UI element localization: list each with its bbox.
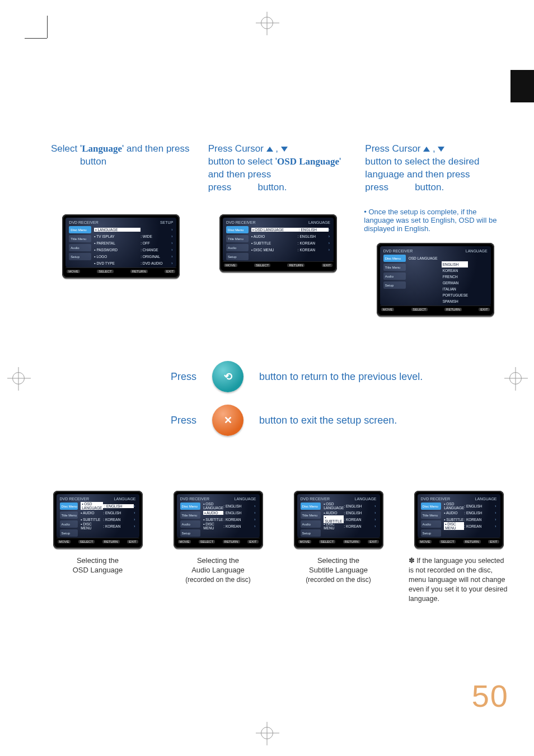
thumb-caption: Selecting the Subtitle Language (recorde…	[306, 556, 371, 585]
osd-thumb: DVD RECEIVERLANGUAGE Disc Menu Title Men…	[294, 491, 383, 548]
osd-row: • PASSWORD: CHANGE›	[94, 246, 172, 253]
caption-line: Subtitle Language	[309, 566, 368, 574]
page-number: 50	[472, 678, 509, 714]
osd-foot-exit: EXIT	[165, 270, 175, 273]
osd-row: • OSD LANGUAGE: ENGLISH›	[324, 503, 376, 509]
middle-instructions: Press ⟲ button to return to the previous…	[48, 361, 509, 436]
cursor-down-icon	[438, 147, 444, 152]
osd-side-item: Audio	[60, 520, 78, 528]
osd-app-title: DVD RECEIVER	[180, 497, 210, 501]
thumb-caption: Selecting the OSD Language	[73, 556, 123, 575]
osd-foot-return: RETURN	[444, 308, 462, 311]
osd-thumb: DVD RECEIVERLANGUAGE Disc Menu Title Men…	[414, 491, 504, 548]
thumbnail-row: DVD RECEIVERLANGUAGE Disc Menu Title Men…	[48, 481, 509, 603]
osd-foot-exit: EXIT	[247, 540, 258, 543]
osd-row: • OSD LANGUAGE: ENGLISH›	[251, 226, 330, 233]
osd-thumb: DVD RECEIVERLANGUAGE Disc Menu Title Men…	[53, 491, 143, 548]
osd-side-item: Setup	[69, 253, 91, 260]
osd-foot-return: RETURN	[130, 270, 148, 273]
osd-side-item: Disc Menu	[383, 255, 406, 262]
osd-foot-exit: EXIT	[127, 540, 138, 543]
step-3: Press Cursor , button to select the desi…	[362, 143, 509, 316]
osd-foot-move: MOVE	[419, 540, 432, 543]
osd-dropdown-option: GERMAN	[442, 280, 468, 286]
step-3-text: Press Cursor , button to select the desi…	[362, 143, 509, 204]
osd-app-title: DVD RECEIVER	[226, 220, 256, 224]
section-tab	[510, 70, 534, 102]
footnote-text: If the language you selected is not reco…	[409, 557, 507, 603]
osd-screen-title: LANGUAGE	[466, 249, 488, 253]
osd-sidebar: Disc Menu Title Menu Audio Setup	[68, 225, 92, 267]
osd-foot-move: MOVE	[58, 540, 71, 543]
osd-screenshot-language-list: DVD RECEIVERLANGUAGE Disc Menu Title Men…	[219, 214, 337, 272]
caption-line: (recorded on the disc)	[185, 576, 251, 584]
osd-row: • OSD LANGUAGE: ENGLISH›	[203, 503, 255, 509]
cursor-up-icon	[266, 147, 273, 152]
osd-side-item: Title Menu	[60, 511, 78, 519]
step-1-bold: Language	[82, 143, 122, 154]
osd-main: • OSD LANGUAGE: ENGLISH›• AUDIO: ENGLISH…	[250, 225, 331, 261]
registration-mark-bottom	[261, 727, 273, 739]
page-content: Select 'Language' and then press button …	[48, 42, 509, 714]
osd-screen-title: LANGUAGE	[114, 497, 136, 501]
osd-row: • OSD LANGUAGE: ENGLISH›	[81, 503, 135, 509]
osd-foot-select: SELECT	[97, 270, 113, 273]
step-2: Press Cursor , button to select 'OSD Lan…	[205, 143, 352, 316]
step-1: Select 'Language' and then press button …	[48, 143, 195, 316]
osd-app-title: DVD RECEIVER	[421, 497, 451, 501]
step-2-press-label: press	[208, 182, 232, 192]
osd-row: • AUDIO: ENGLISH›	[81, 509, 135, 516]
step-2-after: button.	[257, 182, 287, 192]
return-button-icon: ⟲	[212, 361, 243, 392]
step-3-note: • Once the setup is complete, if the lan…	[362, 208, 509, 233]
osd-dropdown-option: FRENCH	[442, 274, 468, 280]
registration-mark-top	[261, 17, 273, 29]
return-text: button to return to the previous level.	[259, 371, 423, 383]
osd-side-item: Audio	[301, 520, 321, 528]
osd-side-item: Audio	[383, 273, 406, 280]
step-1-prefix: Select '	[51, 143, 82, 154]
osd-foot-move: MOVE	[381, 308, 395, 311]
osd-foot-return: RETURN	[287, 264, 305, 267]
step-3-prefix: Press Cursor	[365, 143, 423, 154]
osd-screen-title: LANGUAGE	[475, 497, 497, 501]
cursor-down-icon	[281, 147, 288, 152]
caption-line: (recorded on the disc)	[306, 576, 371, 584]
step-2-bold: OSD Language	[277, 156, 339, 167]
osd-app-title: DVD RECEIVER	[69, 220, 99, 224]
crop-mark	[25, 38, 47, 39]
osd-foot-move: MOVE	[178, 540, 191, 543]
step-3-line2: button to select the desired language an…	[365, 156, 479, 180]
osd-screen-title: LANGUAGE	[355, 497, 377, 501]
osd-side-item: Audio	[69, 244, 91, 251]
step-1-suffix: ' and then press	[122, 143, 189, 154]
osd-row-label: OSD LANGUAGE	[409, 256, 487, 260]
press-label: Press	[171, 415, 196, 426]
osd-screen-title: SETUP	[160, 220, 173, 224]
osd-foot-exit: EXIT	[488, 540, 499, 543]
osd-foot-return: RETURN	[102, 540, 120, 543]
step-1-text: Select 'Language' and then press button	[48, 143, 195, 204]
cursor-up-icon	[423, 147, 430, 152]
osd-thumb: DVD RECEIVERLANGUAGE Disc Menu Title Men…	[174, 491, 263, 548]
osd-foot-exit: EXIT	[479, 308, 489, 311]
osd-row: • DISC MENU: KOREAN›	[324, 523, 376, 529]
osd-side-item: Title Menu	[383, 264, 406, 271]
exit-instruction: Press ✕ button to exit the setup screen.	[171, 405, 509, 436]
thumb-osd-language: DVD RECEIVERLANGUAGE Disc Menu Title Men…	[48, 481, 148, 575]
osd-dropdown: ENGLISHKOREANFRENCHGERMANITALIANPORTUGUE…	[442, 261, 468, 304]
osd-side-item: Title Menu	[180, 511, 201, 519]
osd-foot-return: RETURN	[223, 540, 240, 543]
osd-foot-move: MOVE	[67, 270, 80, 273]
osd-side-item: Setup	[421, 529, 442, 537]
osd-screen-title: LANGUAGE	[308, 220, 330, 224]
crop-mark	[47, 16, 48, 38]
return-instruction: Press ⟲ button to return to the previous…	[171, 361, 509, 392]
step-3-after: button.	[415, 182, 444, 192]
osd-row: • PARENTAL: OFF›	[94, 240, 172, 246]
osd-foot-select: SELECT	[411, 308, 428, 311]
osd-row: • OSD LANGUAGE: ENGLISH›	[444, 503, 496, 509]
osd-foot-select: SELECT	[254, 264, 270, 267]
osd-foot-select: SELECT	[439, 540, 456, 543]
osd-side-item: Disc Menu	[421, 503, 442, 510]
